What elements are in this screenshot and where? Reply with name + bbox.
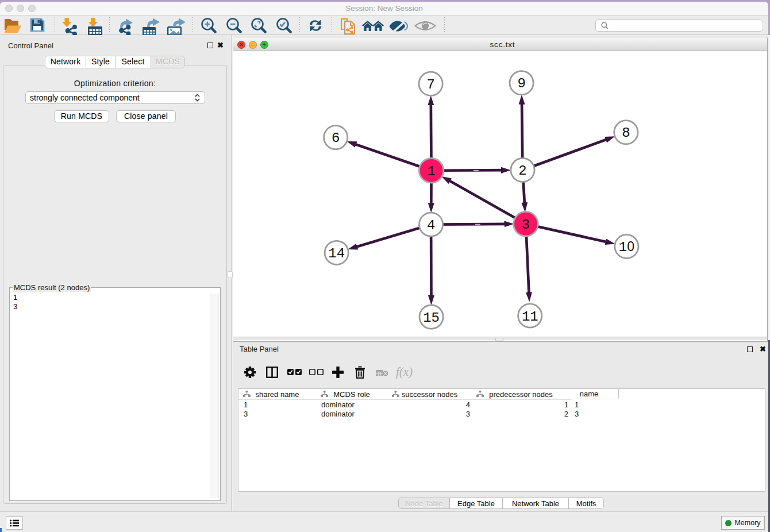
svg-text:11: 11 (522, 309, 538, 325)
svg-text:2: 2 (518, 163, 526, 179)
svg-text:10: 10 (619, 239, 634, 255)
svg-text:6: 6 (332, 130, 340, 146)
svg-text:14: 14 (328, 246, 345, 261)
svg-text:4: 4 (427, 218, 435, 233)
svg-text:3: 3 (522, 217, 530, 233)
svg-text:8: 8 (622, 125, 630, 141)
svg-text:1: 1 (427, 164, 435, 179)
svg-text:15: 15 (423, 310, 440, 326)
svg-text:7: 7 (426, 77, 434, 92)
svg-text:9: 9 (517, 76, 525, 91)
